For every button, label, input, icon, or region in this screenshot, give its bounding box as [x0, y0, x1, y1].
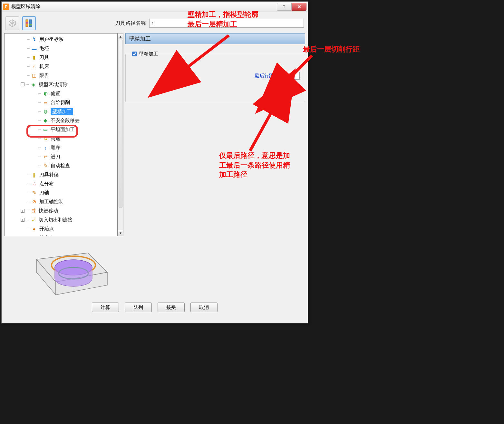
tree-item[interactable]: ┈‖刀具补偿: [5, 170, 117, 179]
tree-item-label: 加工轴控制: [39, 199, 63, 205]
model-preview: [24, 240, 114, 298]
tree-scrollbar[interactable]: ▲ ▼: [118, 33, 123, 236]
expand-icon[interactable]: +: [21, 218, 24, 222]
pathname-input[interactable]: [149, 19, 304, 28]
tree-item-label: 偏置: [51, 91, 60, 97]
tree-item[interactable]: -┈◈模型区域清除: [5, 80, 117, 89]
tree-item-label: 不安全段移去: [51, 118, 80, 124]
tree-item-label: 平坦面加工: [51, 127, 75, 133]
queue-button[interactable]: 队列: [125, 303, 152, 312]
tree-item[interactable]: ┈◍壁精加工: [5, 107, 117, 116]
tree-item[interactable]: ┈▭平坦面加工: [5, 125, 117, 134]
tree-view[interactable]: ┈↯用户坐标系┈▬毛坯┈▮刀具┈⌂机床┈◫限界-┈◈模型区域清除┈◐偏置┈≣台阶…: [4, 33, 118, 236]
tree-item-label: 自动检查: [51, 163, 70, 169]
comp-icon: ‖: [31, 172, 37, 178]
tree-item[interactable]: ┈≣台阶切削: [5, 98, 117, 107]
tree-item-label: 壁精加工: [51, 108, 73, 115]
ctrl-icon: ⊘: [31, 199, 37, 205]
tree-item-label: 开始点: [39, 226, 54, 232]
only-last-checkbox[interactable]: [295, 85, 300, 91]
dialog-title: 模型区域清除: [11, 4, 277, 10]
last-distance-label[interactable]: 最后行距: [255, 73, 274, 79]
close-button[interactable]: ✕: [292, 3, 306, 11]
tree-item-label: 毛坯: [39, 45, 49, 52]
auto-icon: ✎: [42, 163, 49, 169]
lead-icon: ↩: [42, 154, 49, 159]
axis-icon: ✎: [31, 190, 37, 196]
offset-icon: ◐: [42, 91, 49, 96]
tree-item[interactable]: ┈◫限界: [5, 71, 117, 80]
tree-item-label: 限界: [39, 72, 49, 79]
annotation-2: 最后一层切削行距: [303, 44, 377, 54]
tree-item-label: 机床: [39, 63, 49, 70]
tree-item-label: 快进移动: [39, 208, 58, 214]
expand-icon[interactable]: -: [21, 82, 24, 86]
machine-icon: ⌂: [31, 63, 37, 69]
scroll-thumb[interactable]: [119, 40, 122, 207]
tree-item[interactable]: ┈◆不安全段移去: [5, 116, 117, 125]
start-icon: ●: [31, 226, 37, 232]
toolbar-icon-2[interactable]: [22, 16, 36, 30]
only-last-label: 仅最后路径: [267, 85, 291, 91]
tree-item-label: 刀具: [39, 54, 49, 61]
tree-item[interactable]: ┈✎自动检查: [5, 161, 117, 170]
end-icon: ●: [31, 235, 37, 236]
tool-icon: ▮: [31, 54, 37, 60]
tree-item-label: 台阶切削: [51, 100, 70, 106]
rapid-icon: ⇶: [30, 208, 37, 214]
boundary-icon: ◫: [31, 72, 37, 78]
flat-icon: ▭: [42, 127, 49, 132]
tree-item[interactable]: ┈⊘加工轴控制: [5, 197, 117, 206]
app-icon: P: [3, 4, 9, 10]
accept-button[interactable]: 接受: [158, 303, 185, 312]
tree-item[interactable]: ┈●开始点: [5, 224, 117, 233]
dist-icon: ∴: [31, 181, 37, 187]
tree-item-label: 用户坐标系: [39, 36, 63, 43]
tree-item-label: 点分布: [39, 181, 54, 187]
tree-item[interactable]: ┈↯用户坐标系: [5, 35, 117, 44]
tree-item[interactable]: ┈↩进刀: [5, 152, 117, 161]
tree-item-label: 结束点: [39, 235, 54, 236]
tree-item-label: 顺序: [51, 145, 60, 151]
tree-item[interactable]: ┈▬毛坯: [5, 44, 117, 53]
tree-item-label: 刀轴: [39, 190, 49, 196]
section-header: 壁精加工: [125, 33, 305, 44]
tree-item[interactable]: ┈▮刀具: [5, 53, 117, 62]
hsm-icon: ⇅: [42, 136, 49, 141]
cancel-button[interactable]: 取消: [190, 303, 218, 312]
model-icon: ◈: [30, 82, 37, 87]
last-distance-input[interactable]: [276, 72, 300, 80]
svg-rect-7: [29, 24, 32, 25]
tree-item[interactable]: ┈✎刀轴: [5, 188, 117, 197]
titlebar: P 模型区域清除 ? ✕: [2, 2, 308, 12]
dialog: P 模型区域清除 ? ✕ 刀具路径名称 ┈↯用户坐标系┈▬毛坯┈▮刀具┈⌂机床┈…: [1, 1, 308, 323]
tree-item[interactable]: ┈↕顺序: [5, 143, 117, 152]
tree-item-label: 模型区域清除: [39, 82, 68, 88]
calc-button[interactable]: 计算: [92, 303, 119, 312]
scroll-up-icon[interactable]: ▲: [118, 34, 123, 39]
step-icon: ≣: [42, 100, 49, 105]
tree-item[interactable]: ┈⌂机床: [5, 62, 117, 71]
block-icon: ▬: [31, 45, 37, 51]
pathname-label: 刀具路径名称: [115, 20, 146, 27]
ucs-icon: ↯: [31, 36, 37, 42]
tree-item[interactable]: ┈∴点分布: [5, 179, 117, 188]
tree-item[interactable]: +┈⇶快进移动: [5, 206, 117, 215]
tree-item[interactable]: ┈⇅高速: [5, 134, 117, 143]
toolbar-icon-1[interactable]: [5, 16, 19, 30]
tree-item[interactable]: ┈●结束点: [5, 233, 117, 236]
scroll-down-icon[interactable]: ▼: [118, 230, 123, 236]
svg-rect-6: [26, 22, 28, 24]
wall-finishing-checkbox[interactable]: [132, 52, 137, 56]
help-button[interactable]: ?: [277, 3, 292, 11]
tree-item-label: 高速: [51, 136, 60, 142]
order-icon: ↕: [42, 145, 49, 150]
tree-item-label: 刀具补偿: [39, 172, 59, 178]
expand-icon[interactable]: +: [21, 209, 24, 213]
tree-item[interactable]: ┈◐偏置: [5, 89, 117, 98]
section-body: 壁精加工 最后行距 仅最后路径: [125, 54, 305, 102]
tree-item-label: 切入切出和连接: [39, 217, 73, 223]
svg-rect-5: [29, 20, 32, 27]
link-icon: ⥂: [30, 217, 37, 223]
tree-item[interactable]: +┈⥂切入切出和连接: [5, 215, 117, 224]
